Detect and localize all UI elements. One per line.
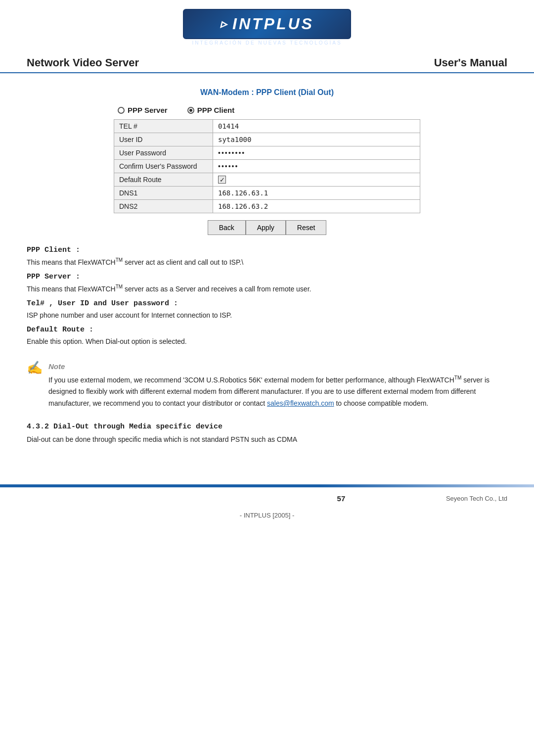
table-value-0[interactable]: 01414 — [213, 120, 420, 133]
table-value-2[interactable]: •••••••• — [213, 146, 420, 160]
logo-container: ▹ INTPLUS INTEGRACIÓN DE NUEVAS TECNOLOG… — [183, 9, 351, 46]
note-title: Note — [48, 362, 507, 371]
description-section: PPP Client : This means that FlexWATCHTM… — [27, 246, 507, 347]
subsection-heading: 4.3.2 Dial-Out through Media specific de… — [27, 423, 507, 431]
ppp-server-radio[interactable]: PPP Server — [118, 106, 168, 114]
ppp-client-radio[interactable]: PPP Client — [187, 106, 235, 114]
radio-circle-server — [118, 107, 125, 114]
reset-button[interactable]: Reset — [286, 220, 327, 235]
table-row: TEL #01414 — [114, 120, 420, 133]
text-field[interactable]: 168.126.63.1 — [218, 189, 268, 197]
footer-bottom: - INTPLUS [2005] - — [0, 508, 534, 527]
title-bar: Network Video Server User's Manual — [0, 49, 534, 73]
table-value-1[interactable]: syta1000 — [213, 133, 420, 146]
config-table: TEL #01414User IDsyta1000User Password••… — [114, 119, 420, 213]
table-label-0: TEL # — [114, 120, 213, 133]
table-row: Confirm User's Password•••••• — [114, 160, 420, 173]
table-value-6[interactable]: 168.126.63.2 — [213, 200, 420, 213]
table-value-5[interactable]: 168.126.63.1 — [213, 187, 420, 200]
flexwatch-email-link[interactable]: sales@flexwatch.com — [267, 399, 334, 407]
desc-label-default-route: Default Route : — [27, 326, 507, 334]
table-value-3[interactable]: •••••• — [213, 160, 420, 173]
main-content: WAN-Modem : PPP Client (Dial Out) PPP Se… — [0, 73, 534, 465]
doc-subtitle: User's Manual — [434, 56, 507, 69]
table-label-6: DNS2 — [114, 200, 213, 213]
text-field[interactable]: 168.126.63.2 — [218, 202, 268, 210]
text-field[interactable]: 01414 — [218, 122, 239, 130]
ppp-server-label: PPP Server — [128, 106, 168, 114]
table-label-5: DNS1 — [114, 187, 213, 200]
footer-content: 57 Seyeon Tech Co., Ltd — [0, 487, 534, 508]
desc-text-ppp-server: This means that FlexWATCHTM server acts … — [27, 283, 507, 294]
logo-text: INTPLUS — [232, 15, 314, 33]
check-box: ✓ — [218, 176, 226, 184]
doc-title: Network Video Server — [27, 56, 139, 69]
radio-circle-client — [187, 107, 194, 114]
desc-label-ppp-server: PPP Server : — [27, 273, 507, 281]
table-row: DNS2168.126.63.2 — [114, 200, 420, 213]
desc-label-tel: Tel# , User ID and User password : — [27, 299, 507, 308]
table-label-1: User ID — [114, 133, 213, 146]
section-heading: WAN-Modem : PPP Client (Dial Out) — [27, 88, 507, 97]
desc-item-tel: Tel# , User ID and User password : ISP p… — [27, 299, 507, 321]
desc-text-ppp-client: This means that FlexWATCHTM server act a… — [27, 256, 507, 268]
table-row: User IDsyta1000 — [114, 133, 420, 146]
checkbox-default-route[interactable]: ✓ — [218, 176, 415, 184]
back-button[interactable]: Back — [208, 220, 246, 235]
table-label-4: Default Route — [114, 173, 213, 187]
table-label-2: User Password — [114, 146, 213, 160]
table-row: DNS1168.126.63.1 — [114, 187, 420, 200]
table-label-3: Confirm User's Password — [114, 160, 213, 173]
table-value-4[interactable]: ✓ — [213, 173, 420, 187]
logo-box: ▹ INTPLUS — [183, 9, 351, 39]
desc-item-ppp-client: PPP Client : This means that FlexWATCHTM… — [27, 246, 507, 268]
footer-company: Seyeon Tech Co., Ltd — [446, 495, 507, 502]
password-field[interactable]: •••••••• — [218, 149, 245, 157]
page-header: ▹ INTPLUS INTEGRACIÓN DE NUEVAS TECNOLOG… — [0, 0, 534, 49]
subsection-text: Dial-out can be done through specific me… — [27, 434, 507, 445]
page-number: 57 — [236, 494, 446, 503]
note-icon: ✍ — [27, 360, 43, 376]
desc-item-ppp-server: PPP Server : This means that FlexWATCHTM… — [27, 273, 507, 294]
apply-button[interactable]: Apply — [246, 220, 286, 235]
button-row: Back Apply Reset — [114, 220, 420, 235]
radio-row: PPP Server PPP Client — [114, 106, 420, 114]
desc-item-default-route: Default Route : Enable this option. When… — [27, 326, 507, 347]
logo-tagline: INTEGRACIÓN DE NUEVAS TECNOLOGÍAS — [192, 40, 342, 46]
note-section: ✍ Note If you use external modem, we rec… — [27, 362, 507, 410]
desc-text-default-route: Enable this option. When Dial-out option… — [27, 336, 507, 347]
ppp-client-label: PPP Client — [197, 106, 235, 114]
note-content: Note If you use external modem, we recom… — [48, 362, 507, 410]
logo-icon: ▹ — [220, 16, 226, 32]
text-field[interactable]: syta1000 — [218, 136, 251, 143]
note-text: If you use external modem, we recommend … — [48, 374, 507, 410]
desc-label-ppp-client: PPP Client : — [27, 246, 507, 254]
form-area: PPP Server PPP Client TEL #01414User IDs… — [114, 106, 420, 235]
desc-text-tel: ISP phone number and user account for In… — [27, 310, 507, 321]
table-row: Default Route✓ — [114, 173, 420, 187]
password-field[interactable]: •••••• — [218, 162, 238, 170]
table-row: User Password•••••••• — [114, 146, 420, 160]
